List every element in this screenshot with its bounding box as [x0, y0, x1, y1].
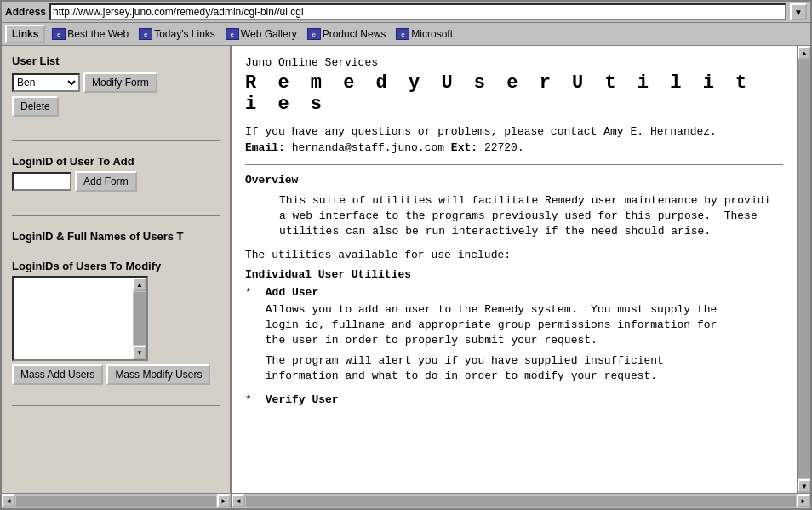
delete-button[interactable]: Delete — [12, 96, 59, 117]
content-area: Juno Online Services R e m e d y U s e r… — [232, 46, 797, 493]
loginid-listbox[interactable]: ▲ ▼ — [12, 276, 148, 361]
overview-text: This suite of utilities will facilitate … — [279, 193, 783, 240]
hright-arrow-1[interactable]: ► — [217, 494, 231, 507]
loginid-fullnames-section: LoginID & Full Names of Users T — [12, 230, 220, 246]
nav-icon-4: e — [307, 28, 321, 40]
delete-row: Delete — [12, 96, 220, 117]
content-wrapper: User List Ben Modify Form Delete LoginID… — [2, 46, 810, 493]
loginid-modify-title: LoginIDs of Users To Modify — [12, 260, 220, 272]
divider-2 — [12, 215, 220, 216]
nav-label-2: Today's Links — [154, 28, 215, 40]
individual-title: Individual User Utilities — [245, 268, 783, 281]
nav-label-4: Product News — [323, 28, 386, 40]
nav-icon-3: e — [226, 28, 239, 40]
loginid-add-title: LoginID of User To Add — [12, 155, 220, 168]
ext-label: Ext: — [451, 141, 477, 154]
page-title: R e m e d y U s e r U t i l i t i e s — [245, 72, 783, 115]
content-scroll-up[interactable]: ▲ — [798, 46, 810, 60]
email-line: Email: hernanda@staff.juno.com Ext: 2272… — [245, 141, 783, 154]
loginid-modify-section: LoginIDs of Users To Modify ▲ ▼ Mass Add… — [12, 260, 220, 385]
bottom-left-scroll: ◄ ► — [2, 494, 232, 508]
address-bar: Address ▼ — [2, 2, 810, 23]
divider-1 — [12, 140, 220, 141]
scroll-up-arrow[interactable]: ▲ — [133, 278, 146, 291]
verify-user-title: Verify User — [266, 393, 783, 406]
address-input[interactable] — [49, 3, 786, 20]
user-list-title: User List — [12, 54, 220, 67]
right-area: Juno Online Services R e m e d y U s e r… — [232, 46, 810, 493]
hleft-arrow-1[interactable]: ◄ — [2, 494, 15, 507]
email-label: Email: — [245, 141, 285, 154]
hscroll-track-1 — [16, 496, 216, 507]
utilities-intro: The utilities available for use include: — [245, 249, 783, 261]
browser-frame: Address ▼ Links e Best the Web e Today's… — [0, 0, 812, 510]
ext-value: 22720. — [484, 141, 524, 154]
nav-item-microsoft[interactable]: e Microsoft — [392, 26, 456, 42]
nav-icon-5: e — [396, 28, 409, 40]
user-select[interactable]: Ben — [12, 73, 80, 92]
links-bar: Links e Best the Web e Today's Links e W… — [2, 23, 810, 46]
nav-label-3: Web Gallery — [241, 28, 297, 40]
loginid-fullnames-title: LoginID & Full Names of Users T — [12, 230, 220, 243]
hleft-arrow-2[interactable]: ◄ — [232, 494, 245, 507]
nav-icon-1: e — [52, 28, 66, 40]
email-value: hernanda@staff.juno.com — [292, 141, 451, 154]
loginid-add-input[interactable] — [12, 172, 71, 191]
service-name: Juno Online Services — [245, 56, 783, 69]
mass-modify-button[interactable]: Mass Modify Users — [106, 364, 210, 385]
nav-item-product-news[interactable]: e Product News — [304, 26, 390, 42]
bottom-right-scroll: ◄ ► — [232, 494, 810, 508]
address-label: Address — [5, 6, 46, 18]
nav-item-todays-links[interactable]: e Today's Links — [135, 26, 219, 42]
scroll-thumb — [134, 292, 146, 345]
bullet-add-user-content: Add User Allows you to add an user to th… — [266, 286, 783, 390]
sidebar: User List Ben Modify Form Delete LoginID… — [2, 46, 232, 493]
scroll-down-arrow[interactable]: ▼ — [133, 346, 146, 359]
hright-arrow-2[interactable]: ► — [797, 494, 810, 507]
nav-icon-2: e — [139, 28, 152, 40]
bullet-star-1: * — [245, 286, 252, 390]
mass-add-button[interactable]: Mass Add Users — [12, 364, 103, 385]
bullet-star-2: * — [245, 393, 252, 410]
hscroll-track-2 — [246, 496, 796, 507]
overview-title: Overview — [245, 174, 783, 186]
user-list-section: User List Ben Modify Form Delete — [12, 54, 220, 120]
address-dropdown[interactable]: ▼ — [790, 3, 807, 20]
nav-label-1: Best the Web — [67, 28, 129, 40]
bullet-verify-user-content: Verify User — [266, 393, 783, 410]
modify-form-button[interactable]: Modify Form — [83, 72, 157, 93]
user-list-row: Ben Modify Form — [12, 72, 220, 93]
links-button[interactable]: Links — [5, 25, 45, 43]
bullet-add-user: * Add User Allows you to add an user to … — [245, 286, 783, 390]
browser-bottom: ◄ ► ◄ ► — [2, 493, 810, 508]
add-form-button[interactable]: Add Form — [75, 171, 137, 192]
bullet-verify-user: * Verify User — [245, 393, 783, 410]
content-scroll-thumb — [798, 60, 810, 478]
mass-buttons-row: Mass Add Users Mass Modify Users — [12, 364, 220, 385]
loginid-add-row: Add Form — [12, 171, 220, 192]
listbox-container: ▲ ▼ — [12, 276, 220, 361]
nav-item-web-gallery[interactable]: e Web Gallery — [222, 26, 300, 42]
divider-3 — [12, 405, 220, 406]
content-vscrollbar: ▲ ▼ — [797, 46, 810, 493]
add-user-desc2: The program will alert you if you have s… — [266, 353, 783, 384]
add-user-desc1: Allows you to add an user to the Remedy … — [266, 302, 783, 349]
contact-line: If you have any questions or problems, p… — [245, 125, 783, 138]
nav-item-best-web[interactable]: e Best the Web — [49, 26, 132, 42]
content-divider-1 — [245, 164, 783, 165]
loginid-add-section: LoginID of User To Add Add Form — [12, 155, 220, 195]
add-user-title: Add User — [266, 286, 783, 299]
nav-label-5: Microsoft — [411, 28, 453, 40]
listbox-scrollbar: ▲ ▼ — [133, 278, 146, 359]
content-scroll-down[interactable]: ▼ — [798, 479, 810, 493]
